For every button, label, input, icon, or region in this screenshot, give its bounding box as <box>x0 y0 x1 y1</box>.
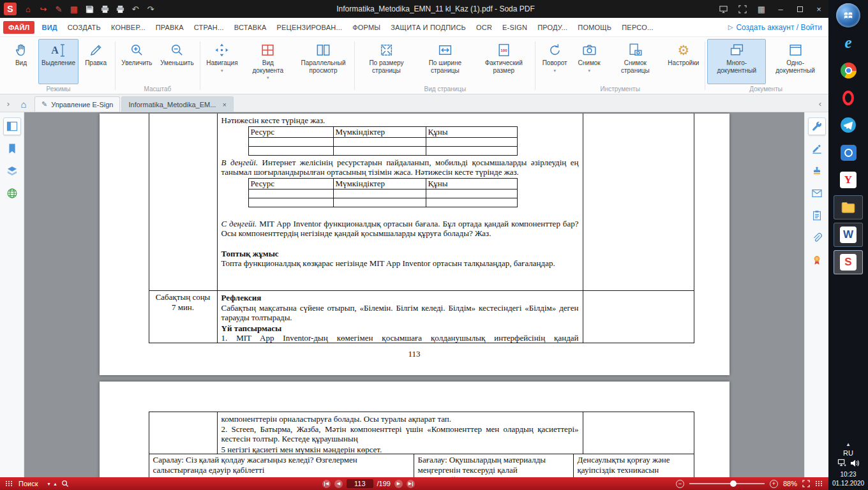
tab-file[interactable]: ФАЙЛ <box>3 21 34 34</box>
tab-view[interactable]: ВИД <box>36 21 62 34</box>
layers-panel-button[interactable] <box>3 162 21 180</box>
search-icon[interactable] <box>61 480 69 487</box>
actual-size-button[interactable]: 100 Фактический размер <box>474 39 533 84</box>
tab-review[interactable]: РЕЦЕНЗИРОВАН... <box>271 21 347 34</box>
soda-pdf-logo[interactable]: S <box>4 3 17 15</box>
left-panel-toggle[interactable]: › <box>3 96 14 110</box>
tab-help[interactable]: ПОМОЩЬ <box>572 21 617 34</box>
taskbar-item-ie[interactable]: e <box>834 31 863 55</box>
last-page-button[interactable]: ▶ <box>407 480 415 488</box>
tab-products[interactable]: ПРОДУ... <box>532 21 572 34</box>
start-button[interactable] <box>836 3 860 27</box>
fit-screen-icon[interactable] <box>802 480 810 487</box>
taskbar-item-opera[interactable] <box>834 85 863 110</box>
settings-button[interactable]: ⚙ Настройки <box>664 39 703 84</box>
zoom-slider-handle[interactable] <box>730 480 737 487</box>
document-viewer[interactable]: Нәтижесін кесте түрінде жаз. Ресурс Мүмк… <box>24 112 804 477</box>
network-icon[interactable] <box>837 459 847 467</box>
search-label[interactable]: Поиск <box>19 480 38 487</box>
volume-icon[interactable] <box>850 459 859 467</box>
signature-panel-button[interactable] <box>808 140 826 158</box>
page-number-input[interactable]: 113 <box>347 479 373 488</box>
edit-mode-button[interactable]: Правка <box>79 39 113 84</box>
tab-pages[interactable]: СТРАН... <box>189 21 229 34</box>
right-panel-toggle[interactable]: ‹ <box>814 96 826 110</box>
thumbnails-panel-button[interactable] <box>3 117 21 135</box>
tab-ocr[interactable]: OCR <box>471 21 497 34</box>
multi-document-button[interactable]: Много-документный <box>707 39 766 84</box>
edit-pen-icon[interactable]: ✎ <box>52 3 66 15</box>
maximize-button[interactable] <box>790 0 809 18</box>
search-next-icon[interactable]: ▴ <box>54 481 57 487</box>
page-snapshot-button[interactable]: Снимок страницы <box>606 39 664 84</box>
badge-panel-button[interactable] <box>808 251 826 269</box>
rotate-button[interactable]: Поворот ▾ <box>537 39 572 84</box>
next-page-button[interactable]: ▶ <box>394 480 403 488</box>
taskbar-item-app[interactable] <box>834 140 863 165</box>
dropdown-caret-icon[interactable]: ▾ <box>221 68 223 73</box>
comments-panel-button[interactable] <box>808 184 826 202</box>
taskbar-item-soda-pdf[interactable]: S <box>834 250 863 274</box>
close-button[interactable]: × <box>809 0 828 18</box>
fullscreen-icon[interactable] <box>733 0 752 18</box>
tab-personalize[interactable]: ПЕРСО... <box>617 21 658 34</box>
pan-view-button[interactable]: Вид <box>4 39 38 84</box>
undo-icon[interactable]: ↶ <box>128 3 142 15</box>
parallel-view-button[interactable]: Параллельный просмотр <box>294 39 353 84</box>
tab-create[interactable]: СОЗДАТЬ <box>63 21 106 34</box>
tab-close-icon[interactable]: × <box>222 101 226 108</box>
search-drag-handle-icon[interactable] <box>5 480 13 487</box>
stamp-panel-button[interactable] <box>808 162 826 180</box>
first-page-button[interactable]: ◀ <box>322 480 331 488</box>
account-signin[interactable]: ▷ Создать аккаунт / Войти <box>728 23 822 32</box>
web-panel-button[interactable] <box>3 184 21 202</box>
select-text-button[interactable]: A Выделение <box>38 39 79 84</box>
navigation-button[interactable]: Навигация ▾ <box>202 39 242 84</box>
redo-icon[interactable]: ↷ <box>144 3 158 15</box>
apps-grid-icon[interactable]: ▦ <box>752 0 771 18</box>
zoom-slider[interactable] <box>689 483 765 484</box>
fit-page-button[interactable]: По размеру страницы <box>357 39 415 84</box>
minimize-button[interactable]: – <box>771 0 790 18</box>
tab-esign[interactable]: E-SIGN <box>497 21 532 34</box>
zoom-in-button[interactable]: Увеличить <box>117 39 156 84</box>
attachments-panel-button[interactable] <box>808 229 826 247</box>
document-view-button[interactable]: Вид документа ▾ <box>242 39 294 84</box>
display-icon[interactable] <box>714 0 733 18</box>
single-document-button[interactable]: Одно-документный <box>766 39 825 84</box>
dropdown-caret-icon[interactable]: ▾ <box>267 75 269 80</box>
taskbar-item-telegram[interactable] <box>834 113 863 137</box>
statusbar-handle-icon[interactable] <box>815 480 823 487</box>
dropdown-caret-icon[interactable]: ▾ <box>588 68 590 73</box>
tab-open-document[interactable]: Informatika_Metodika_EM... × <box>121 96 233 112</box>
print-setup-icon[interactable] <box>113 3 127 15</box>
search-prev-icon[interactable]: ▾ <box>47 481 50 487</box>
zoom-out-button[interactable]: − <box>676 480 684 488</box>
tools-panel-button[interactable] <box>808 117 826 135</box>
home-tab[interactable]: ⌂ <box>14 96 33 112</box>
dropdown-caret-icon[interactable]: ▾ <box>553 68 556 73</box>
taskbar-item-yandex[interactable]: Y <box>834 168 863 192</box>
taskbar-item-explorer[interactable] <box>834 195 863 219</box>
clipboard-panel-button[interactable] <box>808 207 826 225</box>
tab-esign-manage[interactable]: ✎ Управление E-Sign <box>34 96 120 112</box>
tab-convert[interactable]: КОНВЕР... <box>106 21 151 34</box>
hidden-icons-button[interactable]: ▴ <box>847 441 850 447</box>
snapshot-button[interactable]: Снимок ▾ <box>572 39 606 84</box>
tab-secure-sign[interactable]: ЗАЩИТА И ПОДПИСЬ <box>385 21 471 34</box>
tab-insert[interactable]: ВСТАВКА <box>229 21 272 34</box>
taskbar-clock[interactable]: 10:23 01.12.2020 <box>832 470 864 487</box>
home-icon[interactable]: ⌂ <box>21 3 35 15</box>
language-indicator[interactable]: RU <box>843 449 853 457</box>
zoom-in-button[interactable]: + <box>770 480 778 488</box>
prev-page-button[interactable]: ◀ <box>334 480 343 488</box>
fit-width-button[interactable]: По ширине страницы <box>415 39 474 84</box>
grid-icon[interactable]: ▦ <box>67 3 81 15</box>
print-icon[interactable] <box>98 3 112 15</box>
bookmarks-panel-button[interactable] <box>3 140 21 158</box>
tab-edit[interactable]: ПРАВКА <box>151 21 189 34</box>
taskbar-item-word[interactable]: W <box>834 223 863 247</box>
tab-forms[interactable]: ФОРМЫ <box>347 21 385 34</box>
zoom-out-button[interactable]: Уменьшить <box>156 39 198 84</box>
share-icon[interactable]: ↪ <box>36 3 50 15</box>
